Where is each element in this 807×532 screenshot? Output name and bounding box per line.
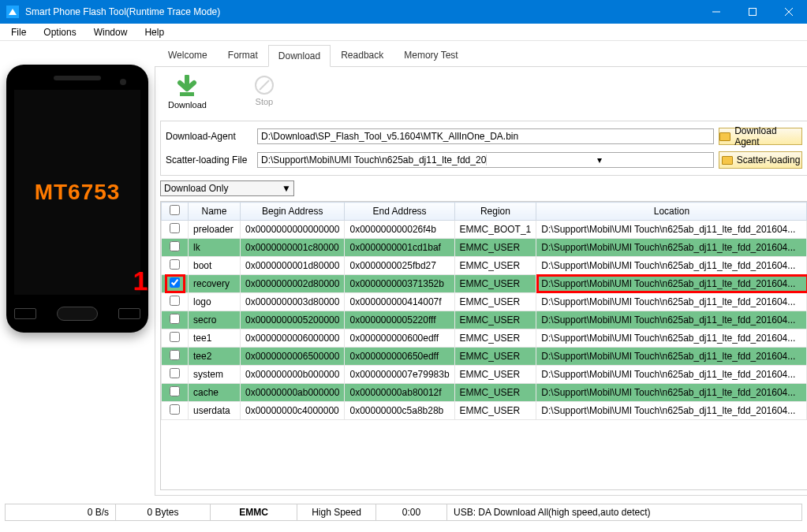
maximize-button[interactable] bbox=[734, 0, 771, 24]
menu-options[interactable]: Options bbox=[35, 25, 84, 39]
col-location[interactable]: Location bbox=[536, 203, 807, 221]
row-end: 0x0000000001cd1baf bbox=[345, 239, 454, 257]
row-name: preloader bbox=[189, 221, 241, 239]
row-checkbox[interactable] bbox=[170, 241, 180, 251]
row-begin: 0x00000000c4000000 bbox=[241, 402, 345, 420]
table-row[interactable]: logo0x0000000003d800000x000000000414007f… bbox=[162, 293, 807, 311]
toolbar: Download Stop bbox=[160, 72, 807, 116]
tab-readback[interactable]: Readback bbox=[331, 44, 394, 66]
row-name: boot bbox=[189, 257, 241, 275]
row-location: D:\Support\Mobil\UMI Touch\n625ab_dj11_l… bbox=[536, 221, 807, 239]
status-bytes: 0 Bytes bbox=[116, 504, 211, 520]
phone-menu-key bbox=[14, 308, 36, 319]
row-begin: 0x0000000006000000 bbox=[241, 329, 345, 348]
row-begin: 0x0000000006500000 bbox=[241, 348, 345, 366]
folder-icon bbox=[719, 132, 730, 141]
download-pane: Download Stop Download-Agent Download Ag… bbox=[155, 67, 807, 496]
chipset-label: MT6753 bbox=[35, 180, 121, 205]
table-row[interactable]: cache0x00000000ab0000000x00000000ab80012… bbox=[162, 384, 807, 402]
da-path-input[interactable] bbox=[257, 128, 714, 144]
row-end: 0x00000000c5a8b28b bbox=[345, 402, 454, 420]
tab-download[interactable]: Download bbox=[268, 45, 331, 67]
status-storage: EMMC bbox=[211, 504, 297, 520]
table-row[interactable]: lk0x0000000001c800000x0000000001cd1bafEM… bbox=[162, 239, 807, 257]
table-row[interactable]: boot0x0000000001d800000x0000000025fbd27E… bbox=[162, 257, 807, 275]
table-row[interactable]: tee10x00000000060000000x000000000600edff… bbox=[162, 329, 807, 348]
row-location: D:\Support\Mobil\UMI Touch\n625ab_dj11_l… bbox=[536, 257, 807, 275]
menu-file[interactable]: File bbox=[3, 25, 34, 39]
tab-memory-test[interactable]: Memory Test bbox=[394, 44, 468, 66]
row-end: 0x00000000ab80012f bbox=[345, 384, 454, 402]
close-button[interactable] bbox=[771, 0, 807, 24]
row-region: EMMC_USER bbox=[454, 239, 536, 257]
phone-home-key bbox=[57, 307, 98, 321]
table-row[interactable]: system0x000000000b0000000x0000000007e799… bbox=[162, 366, 807, 384]
chevron-down-icon: ▼ bbox=[281, 183, 292, 194]
row-begin: 0x0000000002d80000 bbox=[241, 275, 345, 293]
tabs: WelcomeFormatDownloadReadbackMemory Test bbox=[155, 44, 807, 67]
row-checkbox[interactable] bbox=[170, 259, 180, 270]
table-row[interactable]: recovery0x0000000002d800000x000000000371… bbox=[162, 275, 807, 293]
minimize-button[interactable] bbox=[698, 0, 734, 24]
download-agent-button[interactable]: Download Agent bbox=[719, 128, 802, 145]
row-region: EMMC_USER bbox=[454, 402, 536, 420]
row-region: EMMC_USER bbox=[454, 348, 536, 366]
tab-welcome[interactable]: Welcome bbox=[158, 44, 218, 66]
row-end: 0x0000000007e79983b bbox=[345, 366, 454, 384]
menu-window[interactable]: Window bbox=[86, 25, 136, 39]
table-row[interactable]: preloader0x00000000000000000x00000000002… bbox=[162, 221, 807, 239]
row-name: userdata bbox=[189, 402, 241, 420]
row-checkbox[interactable] bbox=[170, 368, 180, 378]
row-region: EMMC_USER bbox=[454, 366, 536, 384]
row-checkbox[interactable] bbox=[170, 277, 180, 288]
app-icon bbox=[6, 6, 19, 18]
status-rate: 0 B/s bbox=[6, 504, 116, 520]
row-begin: 0x0000000005200000 bbox=[241, 311, 345, 329]
row-end: 0x000000000371352b bbox=[345, 275, 454, 293]
row-checkbox[interactable] bbox=[170, 332, 180, 342]
col-name[interactable]: Name bbox=[189, 203, 241, 221]
table-row[interactable]: secro0x00000000052000000x0000000005220ff… bbox=[162, 311, 807, 329]
window-title: Smart Phone Flash Tool(Runtime Trace Mod… bbox=[25, 6, 698, 17]
status-time: 0:00 bbox=[376, 504, 447, 520]
tab-format[interactable]: Format bbox=[218, 44, 268, 66]
svg-line-7 bbox=[260, 80, 269, 90]
row-begin: 0x000000000b000000 bbox=[241, 366, 345, 384]
row-region: EMMC_USER bbox=[454, 384, 536, 402]
download-mode-combo[interactable]: Download Only▼ bbox=[160, 180, 294, 196]
stop-button[interactable]: Stop bbox=[254, 75, 275, 110]
row-region: EMMC_BOOT_1 bbox=[454, 221, 536, 239]
header-checkbox[interactable] bbox=[162, 203, 189, 221]
row-checkbox[interactable] bbox=[170, 404, 180, 415]
row-checkbox[interactable] bbox=[170, 223, 180, 233]
download-button[interactable]: Download bbox=[168, 75, 207, 110]
row-location: D:\Support\Mobil\UMI Touch\n625ab_dj11_l… bbox=[536, 293, 807, 311]
row-checkbox[interactable] bbox=[170, 386, 180, 396]
file-group: Download-Agent Download Agent Scatter-lo… bbox=[160, 121, 807, 176]
row-checkbox[interactable] bbox=[170, 350, 180, 360]
row-end: 0x0000000025fbd27 bbox=[345, 257, 454, 275]
scatter-loading-button[interactable]: Scatter-loading bbox=[719, 151, 802, 169]
row-checkbox[interactable] bbox=[170, 296, 180, 306]
folder-icon bbox=[722, 156, 733, 165]
row-begin: 0x0000000001c80000 bbox=[241, 239, 345, 257]
statusbar: 0 B/s 0 Bytes EMMC High Speed 0:00 USB: … bbox=[5, 504, 802, 521]
titlebar: Smart Phone Flash Tool(Runtime Trace Mod… bbox=[0, 0, 807, 24]
svg-rect-5 bbox=[180, 92, 194, 96]
menu-help[interactable]: Help bbox=[136, 25, 172, 39]
col-begin[interactable]: Begin Address bbox=[241, 203, 345, 221]
scatter-combo[interactable]: D:\Support\Mobil\UMI Touch\n625ab_dj11_l… bbox=[257, 152, 714, 168]
row-begin: 0x0000000001d80000 bbox=[241, 257, 345, 275]
col-region[interactable]: Region bbox=[454, 203, 536, 221]
table-row[interactable]: userdata0x00000000c40000000x00000000c5a8… bbox=[162, 402, 807, 420]
scatter-label: Scatter-loading File bbox=[166, 154, 252, 166]
col-end[interactable]: End Address bbox=[345, 203, 454, 221]
row-checkbox[interactable] bbox=[170, 314, 180, 324]
row-end: 0x000000000650edff bbox=[345, 348, 454, 366]
row-location: D:\Support\Mobil\UMI Touch\n625ab_dj11_l… bbox=[536, 348, 807, 366]
download-arrow-icon bbox=[175, 75, 199, 99]
row-region: EMMC_USER bbox=[454, 329, 536, 348]
table-row[interactable]: tee20x00000000065000000x000000000650edff… bbox=[162, 348, 807, 366]
row-name: logo bbox=[189, 293, 241, 311]
row-location: D:\Support\Mobil\UMI Touch\n625ab_dj11_l… bbox=[536, 329, 807, 348]
